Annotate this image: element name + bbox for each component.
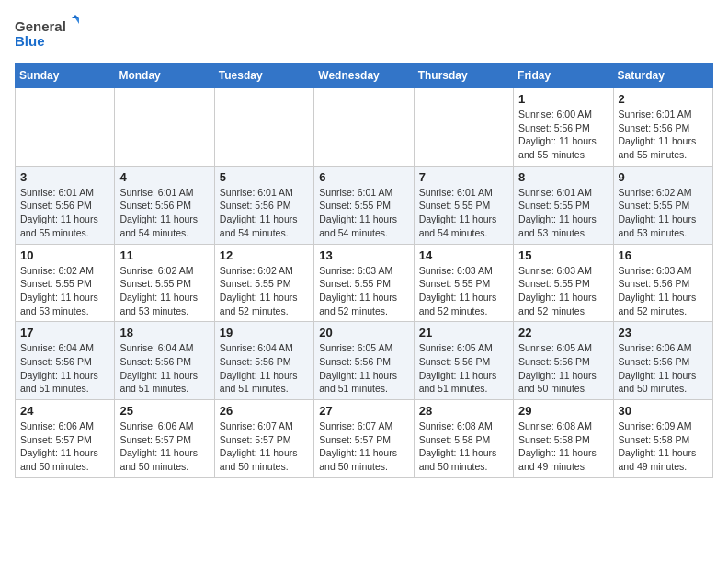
day-info: Sunrise: 6:02 AM Sunset: 5:55 PM Dayligh… xyxy=(220,264,309,318)
empty-cell xyxy=(414,88,513,167)
day-number: 2 xyxy=(619,92,708,106)
empty-cell xyxy=(214,88,313,167)
day-info: Sunrise: 6:01 AM Sunset: 5:56 PM Dayligh… xyxy=(220,186,309,240)
day-info: Sunrise: 6:01 AM Sunset: 5:55 PM Dayligh… xyxy=(419,186,508,240)
day-cell: 20Sunrise: 6:05 AM Sunset: 5:56 PM Dayli… xyxy=(314,322,414,400)
empty-cell xyxy=(16,88,115,167)
weekday-header: Sunday xyxy=(16,63,115,88)
day-number: 4 xyxy=(119,170,209,184)
day-number: 23 xyxy=(619,326,708,339)
day-number: 24 xyxy=(20,404,109,418)
weekday-header: Wednesday xyxy=(314,63,414,88)
day-number: 13 xyxy=(319,248,408,262)
day-info: Sunrise: 6:05 AM Sunset: 5:56 PM Dayligh… xyxy=(419,341,508,396)
logo-svg: General Blue xyxy=(15,15,79,52)
day-number: 15 xyxy=(518,248,608,262)
day-info: Sunrise: 6:02 AM Sunset: 5:55 PM Dayligh… xyxy=(119,264,209,318)
day-cell: 12Sunrise: 6:02 AM Sunset: 5:55 PM Dayli… xyxy=(214,244,313,322)
day-number: 19 xyxy=(220,326,309,339)
day-cell: 10Sunrise: 6:02 AM Sunset: 5:55 PM Dayli… xyxy=(16,244,115,322)
day-number: 10 xyxy=(20,248,109,262)
day-cell: 2Sunrise: 6:01 AM Sunset: 5:56 PM Daylig… xyxy=(613,88,712,167)
page-header: General Blue xyxy=(15,15,713,52)
day-info: Sunrise: 6:09 AM Sunset: 5:58 PM Dayligh… xyxy=(619,419,708,474)
day-info: Sunrise: 6:03 AM Sunset: 5:55 PM Dayligh… xyxy=(419,264,508,318)
svg-text:Blue: Blue xyxy=(15,33,45,49)
empty-cell xyxy=(115,88,214,167)
day-number: 5 xyxy=(220,170,309,184)
day-cell: 19Sunrise: 6:04 AM Sunset: 5:56 PM Dayli… xyxy=(214,322,313,400)
day-number: 6 xyxy=(319,170,408,184)
day-info: Sunrise: 6:01 AM Sunset: 5:55 PM Dayligh… xyxy=(518,186,608,240)
day-info: Sunrise: 6:04 AM Sunset: 5:56 PM Dayligh… xyxy=(220,341,309,396)
day-cell: 16Sunrise: 6:03 AM Sunset: 5:56 PM Dayli… xyxy=(613,244,712,322)
day-number: 27 xyxy=(319,404,408,418)
day-number: 22 xyxy=(518,326,608,339)
day-info: Sunrise: 6:01 AM Sunset: 5:56 PM Dayligh… xyxy=(119,186,209,240)
day-cell: 27Sunrise: 6:07 AM Sunset: 5:57 PM Dayli… xyxy=(314,400,414,478)
weekday-header: Monday xyxy=(115,63,214,88)
day-info: Sunrise: 6:01 AM Sunset: 5:56 PM Dayligh… xyxy=(619,108,708,162)
weekday-header: Thursday xyxy=(414,63,513,88)
day-number: 9 xyxy=(619,170,708,184)
day-number: 18 xyxy=(119,326,209,339)
day-number: 7 xyxy=(419,170,508,184)
day-info: Sunrise: 6:02 AM Sunset: 5:55 PM Dayligh… xyxy=(619,186,708,240)
day-cell: 8Sunrise: 6:01 AM Sunset: 5:55 PM Daylig… xyxy=(514,166,613,244)
empty-cell xyxy=(314,88,414,167)
logo: General Blue xyxy=(15,15,79,52)
day-info: Sunrise: 6:06 AM Sunset: 5:56 PM Dayligh… xyxy=(619,341,708,396)
day-number: 11 xyxy=(119,248,209,262)
day-cell: 17Sunrise: 6:04 AM Sunset: 5:56 PM Dayli… xyxy=(16,322,115,400)
day-cell: 21Sunrise: 6:05 AM Sunset: 5:56 PM Dayli… xyxy=(414,322,513,400)
day-number: 26 xyxy=(220,404,309,418)
day-info: Sunrise: 6:03 AM Sunset: 5:55 PM Dayligh… xyxy=(518,264,608,318)
calendar-table: SundayMondayTuesdayWednesdayThursdayFrid… xyxy=(15,63,713,478)
day-cell: 4Sunrise: 6:01 AM Sunset: 5:56 PM Daylig… xyxy=(115,166,214,244)
weekday-header: Tuesday xyxy=(214,63,313,88)
day-info: Sunrise: 6:07 AM Sunset: 5:57 PM Dayligh… xyxy=(319,419,408,474)
day-cell: 18Sunrise: 6:04 AM Sunset: 5:56 PM Dayli… xyxy=(115,322,214,400)
day-info: Sunrise: 6:04 AM Sunset: 5:56 PM Dayligh… xyxy=(119,341,209,396)
day-info: Sunrise: 6:03 AM Sunset: 5:56 PM Dayligh… xyxy=(619,264,708,318)
day-cell: 26Sunrise: 6:07 AM Sunset: 5:57 PM Dayli… xyxy=(214,400,313,478)
day-number: 20 xyxy=(319,326,408,339)
day-number: 21 xyxy=(419,326,508,339)
day-info: Sunrise: 6:01 AM Sunset: 5:56 PM Dayligh… xyxy=(20,186,109,240)
day-info: Sunrise: 6:01 AM Sunset: 5:55 PM Dayligh… xyxy=(319,186,408,240)
day-info: Sunrise: 6:08 AM Sunset: 5:58 PM Dayligh… xyxy=(419,419,508,474)
day-number: 25 xyxy=(119,404,209,418)
day-info: Sunrise: 6:06 AM Sunset: 5:57 PM Dayligh… xyxy=(20,419,109,474)
svg-text:General: General xyxy=(15,18,66,34)
day-cell: 1Sunrise: 6:00 AM Sunset: 5:56 PM Daylig… xyxy=(514,88,613,167)
day-info: Sunrise: 6:07 AM Sunset: 5:57 PM Dayligh… xyxy=(220,419,309,474)
day-cell: 28Sunrise: 6:08 AM Sunset: 5:58 PM Dayli… xyxy=(414,400,513,478)
day-cell: 14Sunrise: 6:03 AM Sunset: 5:55 PM Dayli… xyxy=(414,244,513,322)
day-number: 14 xyxy=(419,248,508,262)
day-cell: 25Sunrise: 6:06 AM Sunset: 5:57 PM Dayli… xyxy=(115,400,214,478)
day-info: Sunrise: 6:08 AM Sunset: 5:58 PM Dayligh… xyxy=(518,419,608,474)
weekday-header: Saturday xyxy=(613,63,712,88)
day-info: Sunrise: 6:04 AM Sunset: 5:56 PM Dayligh… xyxy=(20,341,109,396)
day-cell: 13Sunrise: 6:03 AM Sunset: 5:55 PM Dayli… xyxy=(314,244,414,322)
day-cell: 3Sunrise: 6:01 AM Sunset: 5:56 PM Daylig… xyxy=(16,166,115,244)
svg-marker-2 xyxy=(72,15,79,18)
calendar-header: SundayMondayTuesdayWednesdayThursdayFrid… xyxy=(16,63,713,88)
day-cell: 23Sunrise: 6:06 AM Sunset: 5:56 PM Dayli… xyxy=(613,322,712,400)
day-cell: 22Sunrise: 6:05 AM Sunset: 5:56 PM Dayli… xyxy=(514,322,613,400)
day-number: 16 xyxy=(619,248,708,262)
day-number: 3 xyxy=(20,170,109,184)
day-cell: 5Sunrise: 6:01 AM Sunset: 5:56 PM Daylig… xyxy=(214,166,313,244)
day-number: 8 xyxy=(518,170,608,184)
day-number: 1 xyxy=(518,92,608,106)
day-info: Sunrise: 6:05 AM Sunset: 5:56 PM Dayligh… xyxy=(518,341,608,396)
day-info: Sunrise: 6:00 AM Sunset: 5:56 PM Dayligh… xyxy=(518,108,608,162)
day-number: 29 xyxy=(518,404,608,418)
day-cell: 15Sunrise: 6:03 AM Sunset: 5:55 PM Dayli… xyxy=(514,244,613,322)
day-info: Sunrise: 6:05 AM Sunset: 5:56 PM Dayligh… xyxy=(319,341,408,396)
day-number: 28 xyxy=(419,404,508,418)
day-info: Sunrise: 6:06 AM Sunset: 5:57 PM Dayligh… xyxy=(119,419,209,474)
day-cell: 30Sunrise: 6:09 AM Sunset: 5:58 PM Dayli… xyxy=(613,400,712,478)
day-cell: 29Sunrise: 6:08 AM Sunset: 5:58 PM Dayli… xyxy=(514,400,613,478)
day-cell: 24Sunrise: 6:06 AM Sunset: 5:57 PM Dayli… xyxy=(16,400,115,478)
